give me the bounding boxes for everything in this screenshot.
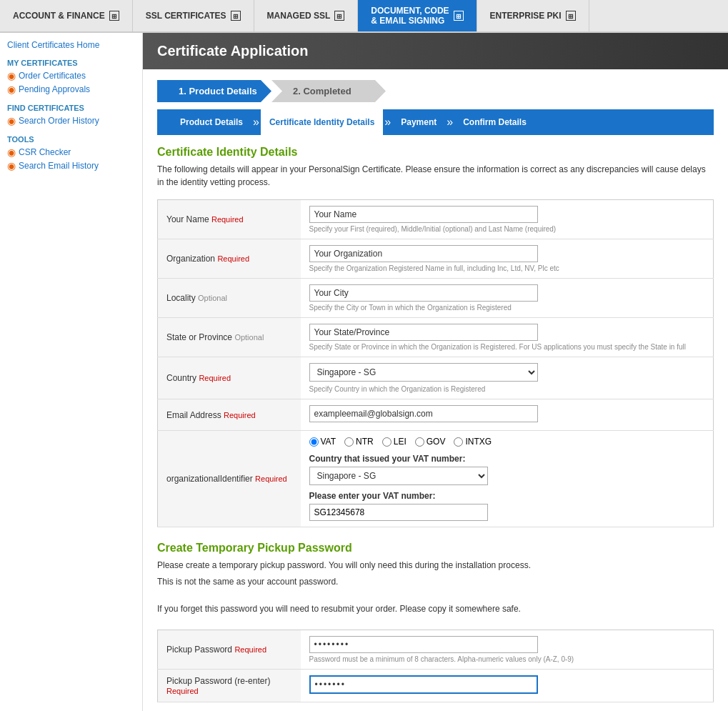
content-area: Certificate Identity Details The followi… (143, 146, 728, 711)
field-state-cell: Specify State or Province in which the O… (301, 318, 714, 357)
arrow-icon-3: » (445, 116, 454, 129)
locality-hint: Specify the City or Town in which the Or… (309, 304, 705, 312)
password-heading: Create Temporary Pickup Password (157, 542, 714, 555)
label-pickup-password: Pickup Password Required (158, 630, 301, 670)
nav-account[interactable]: ACCOUNT & FINANCE ⊞ (0, 0, 133, 31)
sidebar-tools-title: TOOLS (7, 135, 135, 144)
pickup-password-hint: Password must be a minimum of 8 characte… (309, 655, 705, 663)
org-input[interactable] (309, 245, 538, 262)
nav-enterprise-icon: ⊞ (566, 11, 576, 21)
radio-vat[interactable]: VAT (309, 437, 336, 447)
label-email: Email Address Required (158, 399, 301, 431)
nav-enterprise[interactable]: ENTERPRISE PKI ⊞ (477, 0, 589, 31)
state-hint: Specify State or Province in which the O… (309, 343, 705, 351)
vat-number-label: Please enter your VAT number: (309, 491, 705, 501)
sidebar-order-label: Order Certificates (19, 71, 86, 81)
field-org-id-cell: VAT NTR LEI GOV (301, 431, 714, 527)
sidebar-my-certs-title: MY CERTIFICATES (7, 59, 135, 67)
arrow-icon-2: » (383, 116, 392, 129)
sidebar-csr-label: CSR Checker (19, 147, 71, 157)
row-pickup-password: Pickup Password Required Password must b… (158, 630, 714, 670)
top-navigation: ACCOUNT & FINANCE ⊞ SSL CERTIFICATES ⊞ M… (0, 0, 728, 33)
field-name-cell: Specify your First (required), Middle/In… (301, 200, 714, 239)
pickup-password-input[interactable] (309, 636, 538, 653)
nav-ssl[interactable]: SSL CERTIFICATES ⊞ (133, 0, 254, 31)
sidebar-item-search-order[interactable]: ◉ Search Order History (7, 115, 135, 126)
radio-ntr[interactable]: NTR (344, 437, 374, 447)
label-state: State or Province Optional (158, 318, 301, 357)
field-locality-cell: Specify the City or Town in which the Or… (301, 279, 714, 318)
label-name: Your Name Required (158, 200, 301, 239)
row-country: Country Required Singapore - SG United S… (158, 357, 714, 399)
sidebar-item-order[interactable]: ◉ Order Certificates (7, 70, 135, 81)
radio-gov[interactable]: GOV (415, 437, 446, 447)
password-form-table: Pickup Password Required Password must b… (157, 630, 714, 702)
sidebar-item-csr[interactable]: ◉ CSR Checker (7, 146, 135, 158)
sub-step-payment-label: Payment (401, 117, 437, 127)
locality-input[interactable] (309, 284, 538, 302)
sub-step-identity[interactable]: Certificate Identity Details (261, 109, 383, 135)
row-name: Your Name Required Specify your First (r… (158, 200, 714, 239)
vat-section: Country that issued your VAT number: Sin… (309, 454, 705, 521)
sub-step-payment[interactable]: Payment (392, 109, 445, 135)
bullet-icon: ◉ (7, 160, 16, 171)
page-title: Certificate Application (157, 43, 714, 59)
nav-account-label: ACCOUNT & FINANCE (13, 11, 105, 21)
bullet-icon: ◉ (7, 115, 16, 126)
password-desc2: This is not the same as your account pas… (157, 575, 714, 588)
sidebar-home-link[interactable]: Client Certificates Home (7, 40, 135, 50)
password-desc1: Please create a temporary pickup passwor… (157, 559, 714, 572)
arrow-icon-1: » (251, 116, 261, 129)
step-1[interactable]: 1. Product Details (157, 80, 271, 102)
sub-step-identity-label: Certificate Identity Details (269, 117, 374, 127)
sub-step-confirm-label: Confirm Details (463, 117, 527, 127)
page-title-bar: Certificate Application (143, 33, 728, 69)
sub-step-product[interactable]: Product Details (171, 109, 251, 135)
org-id-radio-group: VAT NTR LEI GOV (309, 437, 705, 447)
nav-document-icon: ⊞ (454, 11, 464, 21)
identity-form-table: Your Name Required Specify your First (r… (157, 199, 714, 527)
email-input[interactable] (309, 405, 538, 422)
label-locality: Locality Optional (158, 279, 301, 318)
nav-ssl-label: SSL CERTIFICATES (146, 11, 226, 21)
country-hint: Specify Country in which the Organizatio… (309, 385, 705, 393)
field-email-cell (301, 399, 714, 431)
step-1-label: 1. Product Details (179, 86, 257, 96)
country-select[interactable]: Singapore - SG United States - US United… (309, 363, 538, 382)
field-pickup-password-reenter-cell (301, 670, 714, 702)
org-hint: Specify the Organization Registered Name… (309, 264, 705, 272)
nav-document-label: DOCUMENT, CODE& EMAIL SIGNING (371, 6, 449, 26)
sub-step-confirm[interactable]: Confirm Details (454, 109, 535, 135)
radio-intxg[interactable]: INTXG (454, 437, 492, 447)
nav-account-icon: ⊞ (109, 11, 119, 21)
row-org-id: organizationalIdentifier Required VAT NT… (158, 431, 714, 527)
field-pickup-password-cell: Password must be a minimum of 8 characte… (301, 630, 714, 670)
label-country: Country Required (158, 357, 301, 399)
sidebar-search-order-label: Search Order History (19, 116, 99, 126)
step-2: 2. Completed (271, 80, 386, 102)
sub-steps-bar: Product Details » Certificate Identity D… (157, 109, 714, 135)
sidebar-item-email-history[interactable]: ◉ Search Email History (7, 160, 135, 171)
step-2-label: 2. Completed (293, 86, 351, 96)
password-desc3: If you forget this password you will nee… (157, 602, 714, 615)
sidebar-item-pending[interactable]: ◉ Pending Approvals (7, 84, 135, 95)
sidebar-email-history-label: Search Email History (19, 161, 99, 171)
nav-managed-icon: ⊞ (334, 11, 344, 21)
row-locality: Locality Optional Specify the City or To… (158, 279, 714, 318)
page-layout: Client Certificates Home MY CERTIFICATES… (0, 33, 728, 711)
label-org-id: organizationalIdentifier Required (158, 431, 301, 527)
nav-managed-label: MANAGED SSL (267, 11, 331, 21)
field-country-cell: Singapore - SG United States - US United… (301, 357, 714, 399)
radio-lei[interactable]: LEI (382, 437, 407, 447)
name-input[interactable] (309, 206, 538, 223)
name-hint: Specify your First (required), Middle/In… (309, 225, 705, 233)
vat-country-select[interactable]: Singapore - SG United States - US (309, 467, 488, 485)
pickup-password-reenter-input[interactable] (309, 675, 538, 694)
vat-number-input[interactable] (309, 504, 488, 521)
nav-document[interactable]: DOCUMENT, CODE& EMAIL SIGNING ⊞ (358, 0, 477, 31)
bullet-icon: ◉ (7, 70, 16, 81)
row-org: Organization Required Specify the Organi… (158, 239, 714, 279)
identity-heading: Certificate Identity Details (157, 146, 714, 159)
nav-managed[interactable]: MANAGED SSL ⊞ (254, 0, 359, 31)
state-input[interactable] (309, 324, 538, 341)
